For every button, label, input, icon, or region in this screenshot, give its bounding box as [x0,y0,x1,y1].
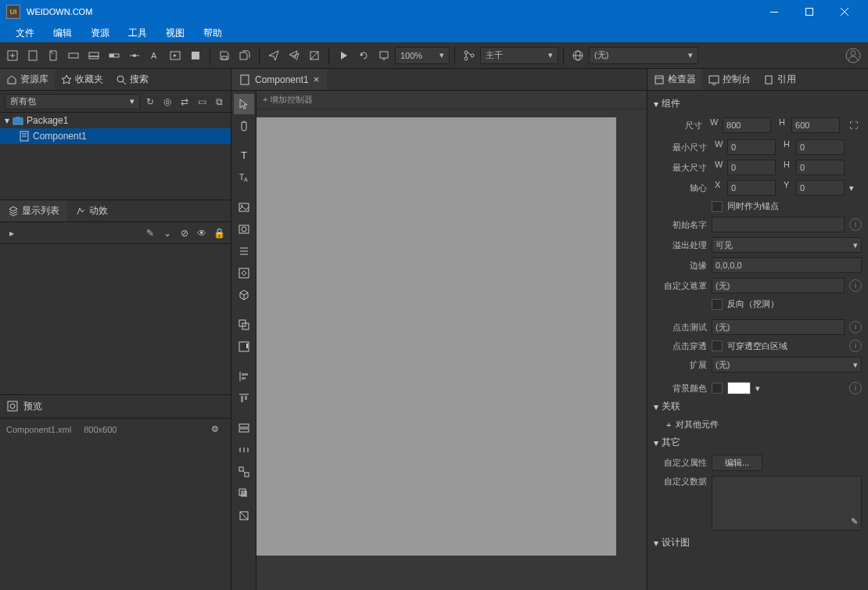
bgcolor-swatch[interactable] [727,382,751,394]
menu-view[interactable]: 视图 [156,24,194,42]
group-tool[interactable] [234,315,254,335]
add-relation-button[interactable]: + 对其他元件 [647,416,868,433]
refresh-lib-button[interactable]: ↻ [143,95,157,109]
menu-help[interactable]: 帮助 [194,24,231,42]
add-controller-button[interactable]: + 增加控制器 [263,94,313,106]
maxw-input[interactable] [727,160,776,175]
close-tab-button[interactable]: × [314,74,320,85]
align-left-tool[interactable] [234,366,254,387]
width-input[interactable] [723,117,771,133]
minimize-button[interactable] [756,1,791,23]
scrollpane-tool[interactable] [234,336,254,357]
text-tool[interactable]: T [234,146,254,166]
arrow-tool[interactable] [234,94,254,114]
info-icon[interactable]: i [849,382,862,394]
package-filter[interactable]: 所有包▾ [5,94,140,110]
tab-displaylist[interactable]: 显示列表 [0,200,67,221]
user-button[interactable] [841,44,865,67]
dl-edit-button[interactable]: ✎ [143,224,157,243]
info-icon[interactable]: i [849,321,862,333]
customdata-textarea[interactable]: ✎ [712,476,862,531]
minw-input[interactable] [727,139,776,155]
device-button[interactable] [375,46,393,65]
overflow-combo[interactable]: 可见▾ [712,237,862,253]
dl-hide-button[interactable]: ⌄ [160,224,174,243]
clicktest-input[interactable] [712,319,845,335]
close-button[interactable] [827,1,862,23]
edit-icon[interactable]: ✎ [851,516,858,527]
extend-combo[interactable]: (无)▾ [712,357,862,372]
tab-quote[interactable]: 引用 [757,69,802,90]
tab-library[interactable]: 资源库 [0,69,55,90]
edit-customprop-button[interactable]: 编辑... [712,455,762,471]
reset-button[interactable] [234,505,254,526]
preview-settings-button[interactable]: ⚙ [206,420,224,439]
initname-input[interactable] [712,217,845,232]
copy-button[interactable]: ⧉ [212,95,226,109]
relation-tool[interactable] [234,462,254,482]
menu-file[interactable]: 文件 [6,24,44,42]
width-same-tool[interactable] [234,418,254,438]
new-font-button[interactable]: A [145,46,164,65]
loader3d-tool[interactable] [234,285,254,305]
mask-input[interactable] [712,278,845,293]
lang-icon[interactable] [569,46,587,65]
align-top-tool[interactable] [234,388,254,408]
pivoty-input[interactable] [796,180,845,196]
new-label-button[interactable] [64,46,83,65]
dist-h-tool[interactable] [234,440,254,460]
margin-input[interactable] [712,257,862,273]
new-movieclip-button[interactable] [166,46,185,65]
maxh-input[interactable] [796,160,845,175]
tree-component[interactable]: Component1 [0,128,231,144]
new-combobox-button[interactable] [84,46,103,65]
pivotx-input[interactable] [727,180,776,196]
tab-favorites[interactable]: 收藏夹 [55,69,109,90]
branch-icon[interactable] [460,46,479,65]
dl-eye-button[interactable]: 👁 [195,224,209,243]
zoom-combo[interactable]: 100%▾ [395,47,450,64]
tab-effects[interactable]: 动效 [67,200,116,221]
bgcolor-checkbox[interactable] [712,383,723,394]
tree-package[interactable]: ▾Package1 [0,113,231,128]
hand-tool[interactable] [234,116,254,136]
list-tool[interactable] [234,241,254,261]
new-button-button[interactable] [44,46,63,65]
section-other[interactable]: ▾其它 [647,433,868,452]
refresh-button[interactable] [354,46,373,65]
tab-search[interactable]: 搜索 [109,69,155,90]
branch-combo[interactable]: 主干▾ [480,47,558,64]
save-all-button[interactable] [235,46,254,65]
info-icon[interactable]: i [849,340,862,352]
publish-settings-button[interactable] [305,46,324,65]
tab-inspector[interactable]: 检查器 [647,69,702,90]
publish-all-button[interactable] [285,46,303,65]
info-icon[interactable]: i [849,218,862,231]
doc-tab-component1[interactable]: Component1 × [231,69,327,90]
anchor-checkbox[interactable] [712,201,723,212]
publish-button[interactable] [264,46,283,65]
swap-button[interactable]: ⇄ [178,95,192,109]
loader-tool[interactable] [234,263,254,283]
section-relation[interactable]: ▾关联 [647,397,868,416]
menu-edit[interactable]: 编辑 [44,24,81,42]
canvas[interactable] [256,110,647,590]
dl-lock-button[interactable]: 🔒 [212,224,226,243]
clickthrough-checkbox[interactable] [712,340,723,351]
new-package-button[interactable] [3,46,22,65]
maximize-button[interactable] [791,1,827,23]
height-input[interactable] [791,117,840,133]
info-icon[interactable]: i [849,279,862,292]
new-slider-button[interactable] [125,46,144,65]
image-tool[interactable] [234,197,254,218]
dl-play-button[interactable]: ▸ [5,224,19,243]
new-progressbar-button[interactable] [105,46,124,65]
section-design[interactable]: ▾设计图 [647,533,868,552]
move-front-tool[interactable] [234,484,254,504]
menu-tool[interactable]: 工具 [119,24,156,42]
save-button[interactable] [215,46,234,65]
lang-combo[interactable]: (无)▾ [589,47,698,64]
play-button[interactable] [334,46,353,65]
new-component-button[interactable] [23,46,42,65]
tab-console[interactable]: 控制台 [702,69,757,90]
